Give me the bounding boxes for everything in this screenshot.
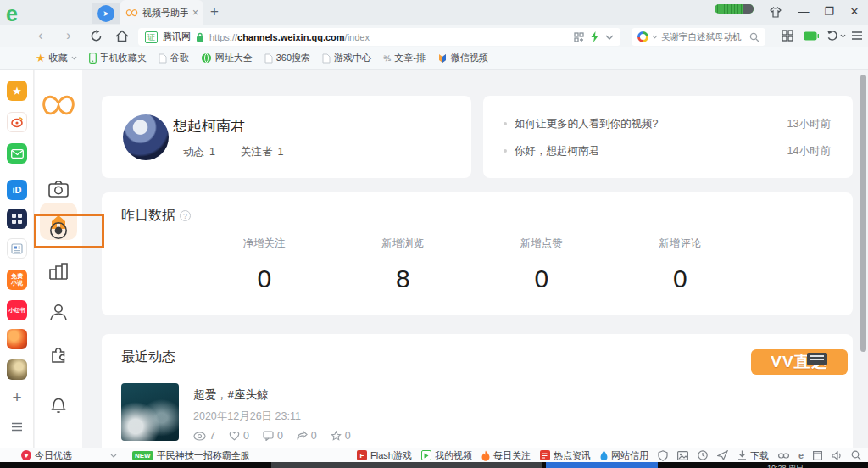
sidebar-item-record[interactable]: [35, 221, 82, 240]
taskbar-window-preview[interactable]: [271, 462, 542, 468]
search-box[interactable]: 吴谢宇自述弑母动机: [632, 28, 765, 46]
home-button[interactable]: [115, 30, 129, 42]
forward-button[interactable]: ›: [66, 27, 71, 44]
comment-icon: [263, 431, 274, 441]
bookmark-site-directory[interactable]: 网址大全: [201, 52, 253, 64]
daily-follow-button[interactable]: 每日关注: [481, 449, 531, 462]
chevron-down-icon[interactable]: [605, 35, 614, 40]
bell-icon: [50, 397, 67, 415]
game-app-icon-1[interactable]: [7, 329, 27, 349]
help-icon[interactable]: ?: [180, 210, 191, 221]
history-clock-icon[interactable]: [698, 450, 708, 460]
search-icon[interactable]: [749, 32, 760, 42]
favorites-star-icon[interactable]: ★: [7, 81, 27, 101]
skin-button[interactable]: [767, 5, 784, 18]
bookmark-360-search[interactable]: 360搜索: [264, 52, 310, 64]
undo-button[interactable]: [826, 29, 839, 42]
undo-dropdown-icon[interactable]: [840, 34, 846, 38]
post-title[interactable]: 超爱，#座头鲸: [193, 387, 269, 403]
free-novel-app-icon[interactable]: 免费小说: [7, 270, 27, 290]
stocks-app-icon[interactable]: [7, 209, 27, 229]
bookmark-game-center[interactable]: 游戏中心: [322, 52, 371, 64]
wechat-channels-favicon: [125, 8, 138, 19]
notice-text: 你好，想起柯南君: [515, 144, 599, 159]
browser-titlebar: e ➤ 视频号助手 × + — ❐ ✕: [0, 0, 868, 25]
sidebar-item-notifications[interactable]: [35, 397, 82, 415]
refresh-button[interactable]: [90, 30, 103, 42]
bookmark-articles[interactable]: ℁文章-排: [383, 52, 426, 64]
stat-followers: 关注者1: [236, 145, 283, 159]
notice-item[interactable]: 你好，想起柯南君 14小时前: [504, 137, 831, 164]
boost-rocket-icon[interactable]: [717, 450, 728, 460]
minimize-button[interactable]: —: [795, 5, 812, 18]
apps-grid-button[interactable]: [782, 30, 793, 42]
sidebar-item-followers[interactable]: [35, 304, 82, 320]
post-date: 2020年12月26日 23:11: [193, 410, 301, 424]
back-button[interactable]: ‹: [38, 27, 43, 44]
profile-name: 想起柯南君: [173, 116, 245, 136]
my-videos-button[interactable]: 我的视频: [421, 449, 472, 462]
vv-direct-watermark[interactable]: VV直达: [751, 349, 848, 375]
mail-icon[interactable]: [7, 143, 27, 164]
yesterday-data-card: 昨日数据 ? 净增关注 0 新增浏览 8 新增点赞 0 新增评论 0: [102, 192, 853, 315]
taskbar-active-window[interactable]: [546, 462, 658, 468]
close-button[interactable]: ✕: [846, 5, 863, 18]
quick-launch-button[interactable]: ➤: [92, 3, 120, 24]
news-icon: [540, 450, 550, 460]
speaker-icon[interactable]: [832, 451, 842, 460]
profile-card: 想起柯南君 动态1 关注者1: [102, 96, 471, 178]
address-bar[interactable]: 证 腾讯网 https://channels.weixin.qq.com/ind…: [138, 28, 620, 46]
download-button[interactable]: 下载: [737, 449, 769, 462]
link-icon[interactable]: [778, 452, 789, 460]
share-icon: [297, 431, 308, 441]
flash-games-button[interactable]: FFlash游戏: [357, 449, 412, 462]
xiaohongshu-app-icon[interactable]: 小红书: [7, 300, 27, 320]
bookmark-wechat-video[interactable]: 微信视频: [437, 52, 488, 64]
promo-link[interactable]: NEW 平民神技一招称霸全服: [132, 449, 250, 462]
game-app-icon-2[interactable]: [7, 359, 27, 380]
weibo-icon[interactable]: [7, 112, 27, 132]
engine-dropdown-icon[interactable]: [652, 35, 658, 39]
add-app-button[interactable]: +: [0, 388, 34, 407]
screenshot-icon[interactable]: [677, 451, 688, 460]
notes-app-icon[interactable]: [7, 238, 27, 259]
ie-mode-icon[interactable]: e: [798, 450, 804, 460]
sidebar-item-extensions[interactable]: [35, 345, 82, 363]
bookmark-mobile-favorites[interactable]: 手机收藏夹: [89, 52, 147, 64]
search-input[interactable]: 吴谢宇自述弑母动机: [661, 31, 746, 43]
site-credit-button[interactable]: 网站信用: [600, 449, 648, 462]
hot-news-button[interactable]: 热点资讯: [540, 449, 591, 462]
favorites-stat: 0: [331, 430, 351, 442]
bookmark-favorites[interactable]: ★收藏: [36, 52, 77, 64]
id-app-icon[interactable]: iD: [7, 180, 27, 200]
browser-tab[interactable]: 视频号助手 ×: [120, 0, 203, 25]
heart-icon: [229, 431, 240, 441]
shield-icon[interactable]: [658, 450, 668, 461]
bookmark-google[interactable]: 谷歌: [159, 52, 189, 64]
notifications-card: 如何让更多的人看到你的视频? 13小时前 你好，想起柯南君 14小时前: [483, 96, 853, 178]
sidebar-item-camera[interactable]: [35, 181, 82, 198]
sidebar-item-statistics[interactable]: [35, 263, 82, 280]
notice-item[interactable]: 如何让更多的人看到你的视频? 13小时前: [504, 110, 831, 137]
metric-new-comments: 新增评论 0: [611, 237, 750, 293]
battery-saver-button[interactable]: [804, 31, 819, 41]
daily-picks-button[interactable]: ♥ 今日优选: [21, 449, 72, 462]
windows-taskbar[interactable]: 10:28 周日: [0, 462, 868, 468]
post-thumbnail[interactable]: [121, 383, 179, 441]
new-tab-button[interactable]: +: [210, 3, 219, 20]
app-list-button[interactable]: [0, 422, 34, 432]
site-name: 腾讯网: [163, 31, 191, 43]
lightning-icon[interactable]: [591, 31, 598, 42]
likes-stat: 0: [229, 430, 249, 442]
wechat-video-icon: [437, 53, 448, 64]
window-mode-icon[interactable]: [813, 451, 822, 460]
maximize-button[interactable]: ❐: [821, 5, 837, 18]
tab-close-button[interactable]: ×: [192, 7, 198, 19]
tab-title: 视频号助手: [142, 7, 188, 20]
qr-code-icon[interactable]: [574, 32, 584, 42]
page-scrollbar[interactable]: [860, 75, 866, 352]
find-icon[interactable]: [851, 450, 861, 460]
profile-avatar[interactable]: [123, 114, 169, 160]
menu-button[interactable]: [851, 31, 863, 41]
collapse-chevron-icon[interactable]: [110, 454, 117, 458]
